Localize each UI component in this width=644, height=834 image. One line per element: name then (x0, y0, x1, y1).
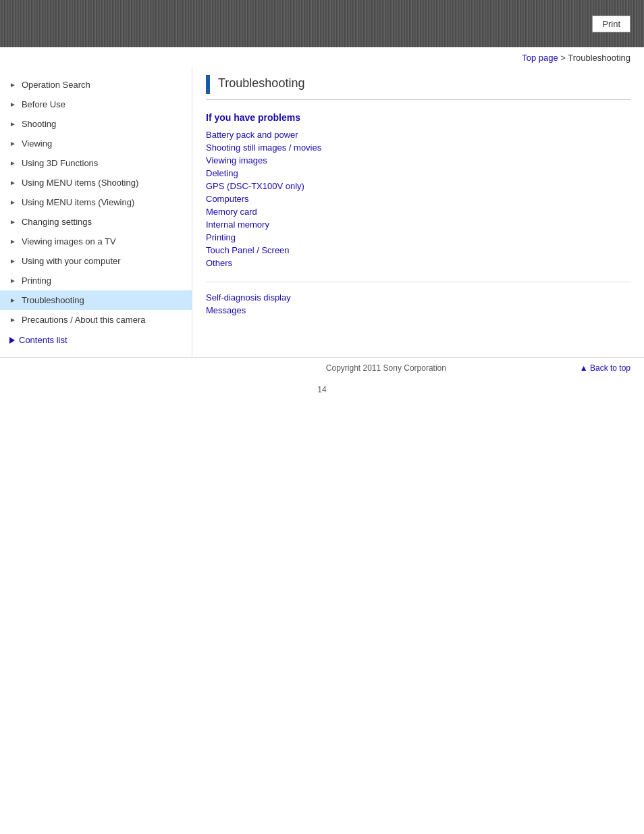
content-area: Troubleshooting If you have problems Bat… (192, 68, 644, 357)
arrow-icon: ► (9, 218, 16, 226)
if-you-have-problems-section: If you have problems Battery pack and po… (206, 112, 630, 268)
sidebar-link-shooting[interactable]: Shooting (22, 119, 56, 129)
sidebar-item-before-use[interactable]: ► Before Use (0, 95, 192, 114)
sidebar-item-printing[interactable]: ► Printing (0, 271, 192, 290)
section-heading: Troubleshooting (206, 75, 630, 100)
arrow-icon: ► (9, 101, 16, 108)
contents-list-label: Contents list (19, 335, 68, 345)
arrow-icon: ► (9, 277, 16, 284)
arrow-icon: ► (9, 199, 16, 206)
sidebar-link-viewing[interactable]: Viewing (22, 138, 52, 149)
sidebar-item-using-menu-viewing[interactable]: ► Using MENU items (Viewing) (0, 192, 192, 212)
link-battery-pack[interactable]: Battery pack and power (206, 130, 630, 140)
sidebar-item-using-3d[interactable]: ► Using 3D Functions (0, 153, 192, 173)
arrow-icon: ► (9, 296, 16, 304)
link-self-diagnosis[interactable]: Self-diagnosis display (206, 292, 630, 303)
sidebar-link-using-menu-shooting[interactable]: Using MENU items (Shooting) (22, 178, 138, 188)
sidebar-item-troubleshooting[interactable]: ► Troubleshooting (0, 290, 192, 310)
contents-list-link[interactable]: Contents list (0, 330, 192, 350)
main-layout: ► Operation Search ► Before Use ► Shooti… (0, 68, 644, 357)
breadcrumb: Top page > Troubleshooting (0, 47, 644, 68)
sidebar: ► Operation Search ► Before Use ► Shooti… (0, 68, 192, 357)
arrow-icon: ► (9, 120, 16, 128)
sidebar-link-changing-settings[interactable]: Changing settings (22, 217, 92, 227)
link-others[interactable]: Others (206, 258, 630, 268)
link-gps[interactable]: GPS (DSC-TX100V only) (206, 181, 630, 191)
sidebar-link-before-use[interactable]: Before Use (22, 99, 65, 109)
sidebar-link-using-3d[interactable]: Using 3D Functions (22, 158, 98, 168)
sidebar-item-changing-settings[interactable]: ► Changing settings (0, 212, 192, 232)
blue-bar-decoration (206, 75, 210, 94)
sidebar-link-precautions[interactable]: Precautions / About this camera (22, 315, 146, 325)
link-computers[interactable]: Computers (206, 194, 630, 204)
link-internal-memory[interactable]: Internal memory (206, 219, 630, 230)
if-you-have-problems-heading[interactable]: If you have problems (206, 112, 630, 123)
sidebar-item-viewing-tv[interactable]: ► Viewing images on a TV (0, 232, 192, 251)
sidebar-link-viewing-tv[interactable]: Viewing images on a TV (22, 236, 116, 246)
link-viewing-images[interactable]: Viewing images (206, 155, 630, 165)
sidebar-item-operation-search[interactable]: ► Operation Search (0, 75, 192, 95)
sidebar-item-using-menu-shooting[interactable]: ► Using MENU items (Shooting) (0, 173, 192, 192)
print-button[interactable]: Print (592, 16, 630, 32)
page-number: 14 (0, 378, 644, 401)
sidebar-link-troubleshooting[interactable]: Troubleshooting (22, 295, 84, 305)
other-links-section: Self-diagnosis display Messages (206, 292, 630, 315)
back-to-top-link[interactable]: Back to top (580, 363, 630, 373)
link-deleting[interactable]: Deleting (206, 168, 630, 178)
link-shooting-images[interactable]: Shooting still images / movies (206, 142, 630, 153)
arrow-icon: ► (9, 140, 16, 147)
link-messages[interactable]: Messages (206, 305, 630, 315)
arrow-icon: ► (9, 81, 16, 88)
header-stripe: Print (0, 0, 644, 47)
section-divider (206, 282, 630, 282)
sidebar-link-printing[interactable]: Printing (22, 276, 51, 286)
footer: Copyright 2011 Sony Corporation Back to … (0, 357, 644, 378)
breadcrumb-current: Troubleshooting (568, 53, 630, 63)
section-title: Troubleshooting (218, 75, 304, 94)
sidebar-item-shooting[interactable]: ► Shooting (0, 114, 192, 134)
sidebar-link-using-computer[interactable]: Using with your computer (22, 256, 121, 266)
sidebar-link-using-menu-viewing[interactable]: Using MENU items (Viewing) (22, 197, 134, 207)
sidebar-item-precautions[interactable]: ► Precautions / About this camera (0, 310, 192, 330)
arrow-icon: ► (9, 257, 16, 265)
arrow-icon: ► (9, 159, 16, 167)
sidebar-item-viewing[interactable]: ► Viewing (0, 134, 192, 153)
link-printing[interactable]: Printing (206, 232, 630, 242)
link-memory-card[interactable]: Memory card (206, 207, 630, 217)
sidebar-link-operation-search[interactable]: Operation Search (22, 80, 90, 90)
link-touch-panel-screen[interactable]: Touch Panel / Screen (206, 245, 630, 255)
sidebar-item-using-computer[interactable]: ► Using with your computer (0, 251, 192, 271)
arrow-right-icon (9, 337, 15, 344)
copyright-text: Copyright 2011 Sony Corporation (192, 363, 580, 373)
arrow-icon: ► (9, 179, 16, 186)
breadcrumb-separator: > (560, 53, 568, 63)
arrow-icon: ► (9, 316, 16, 323)
arrow-icon: ► (9, 238, 16, 245)
breadcrumb-top-link[interactable]: Top page (522, 53, 558, 63)
